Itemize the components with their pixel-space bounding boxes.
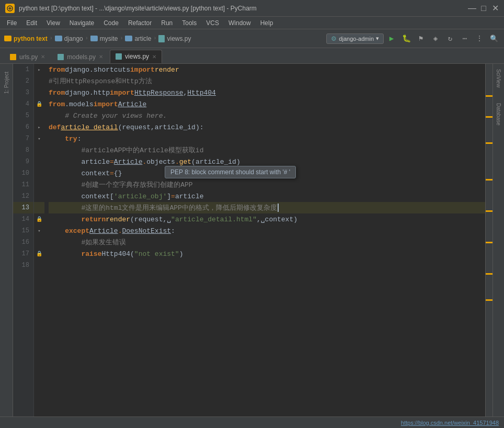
tooltip-text: PEP 8: block comment should start with '… bbox=[170, 168, 290, 176]
views-file-icon bbox=[158, 35, 165, 42]
tab-models[interactable]: models.py ✕ bbox=[52, 50, 109, 63]
code-container: 1 2 3 4 5 6 7 8 9 10 11 12 13 14 15 16 1… bbox=[13, 64, 492, 416]
tab-views-label: views.py bbox=[125, 53, 149, 60]
sciview-panel-label[interactable]: SciView bbox=[496, 69, 501, 87]
run-config-dropdown[interactable]: ⚙ django-admin ▾ bbox=[326, 33, 384, 44]
menu-window[interactable]: Window bbox=[224, 18, 255, 28]
search-button[interactable]: 🔍 bbox=[488, 33, 500, 44]
gutter-18 bbox=[34, 260, 44, 271]
token-dot1-9: . bbox=[142, 158, 146, 166]
tab-urls[interactable]: urls.py ✕ bbox=[4, 50, 51, 63]
token-context-14: context bbox=[265, 216, 294, 223]
token-article-9: article bbox=[81, 158, 110, 166]
lock-icon-14: 🔒 bbox=[36, 216, 42, 222]
minimize-button[interactable]: — bbox=[468, 5, 476, 12]
close-button[interactable]: ✕ bbox=[491, 5, 499, 12]
token-render-1: render bbox=[155, 66, 179, 74]
token-indent-14 bbox=[49, 216, 81, 223]
breadcrumb-django[interactable]: django bbox=[55, 35, 83, 42]
more-button[interactable]: ⋮ bbox=[474, 33, 485, 44]
tab-views[interactable]: views.py ✕ bbox=[110, 50, 162, 63]
token-http404-3: Http404 bbox=[187, 89, 216, 97]
right-panel: SciView Database bbox=[492, 64, 504, 416]
breadcrumb-article[interactable]: article bbox=[125, 35, 151, 42]
project-panel-label[interactable]: 1: Project bbox=[4, 72, 9, 94]
code-lines[interactable]: from django.shortcuts import render #引用H… bbox=[44, 64, 485, 416]
token-braces-10: {} bbox=[114, 170, 122, 177]
token-dot-1: . bbox=[89, 66, 94, 74]
coverage-button[interactable]: ⚑ bbox=[415, 33, 427, 44]
refresh-button[interactable]: ↻ bbox=[444, 33, 456, 44]
breadcrumb-project-label: python text bbox=[14, 35, 48, 42]
line-num-11: 11 bbox=[13, 179, 33, 190]
scrollbar[interactable] bbox=[485, 64, 492, 416]
fold-icon-15[interactable]: ▾ bbox=[38, 228, 40, 234]
lock-icon-17: 🔒 bbox=[36, 251, 42, 257]
gutter-3 bbox=[34, 87, 44, 98]
menu-tools[interactable]: Tools bbox=[178, 18, 201, 28]
status-url[interactable]: https://blog.csdn.net/weixin_41571948 bbox=[401, 420, 499, 426]
run-button[interactable]: ▶ bbox=[386, 33, 397, 44]
code-line-11: #创建一个空字典存放我们创建的APP bbox=[49, 179, 485, 190]
code-line-16: #如果发生错误 bbox=[49, 236, 485, 248]
token-paren2-17: ) bbox=[179, 250, 184, 258]
fold-icon-7[interactable]: ▾ bbox=[38, 136, 40, 142]
token-http404-17: Http404 bbox=[101, 250, 130, 258]
gutter-6: ▸ bbox=[34, 121, 44, 133]
token-bracket1-12: [ bbox=[110, 193, 114, 200]
settings-button[interactable]: ⋯ bbox=[459, 33, 471, 44]
token-paren1-14: ( bbox=[130, 216, 134, 223]
tab-bar: urls.py ✕ models.py ✕ views.py ✕ bbox=[0, 48, 504, 64]
breadcrumb-django-label: django bbox=[64, 35, 83, 42]
menu-code[interactable]: Code bbox=[99, 18, 123, 28]
token-eq-9: = bbox=[110, 158, 114, 166]
breadcrumb-views[interactable]: views.py bbox=[158, 35, 191, 42]
breadcrumb-project[interactable]: python text bbox=[4, 35, 48, 42]
token-articlecls-9: Article bbox=[114, 158, 143, 166]
tab-views-close[interactable]: ✕ bbox=[152, 54, 156, 60]
gutter-16 bbox=[34, 236, 44, 248]
database-panel-label[interactable]: Database bbox=[496, 103, 501, 126]
app-icon bbox=[5, 4, 15, 13]
line-num-12: 12 bbox=[13, 190, 33, 202]
line-num-4: 4 bbox=[13, 98, 33, 110]
menu-help[interactable]: Help bbox=[256, 18, 278, 28]
token-dot-3: . bbox=[89, 89, 94, 97]
token-paren1-9: ( bbox=[191, 158, 196, 166]
token-paren2-9: ) bbox=[236, 158, 240, 166]
fold-icon-1[interactable]: ▸ bbox=[38, 67, 40, 73]
token-indent-8 bbox=[49, 147, 81, 154]
maximize-button[interactable]: □ bbox=[480, 5, 487, 12]
code-line-7: try: bbox=[49, 133, 485, 144]
title-bar: python text [D:\python text] - ...\djang… bbox=[0, 0, 504, 17]
menu-navigate[interactable]: Navigate bbox=[65, 18, 98, 28]
profile-button[interactable]: ◈ bbox=[430, 33, 441, 44]
gutter-11 bbox=[34, 179, 44, 190]
scroll-marker-6 bbox=[486, 242, 492, 243]
scroll-marker-2 bbox=[486, 116, 492, 118]
tab-models-close[interactable]: ✕ bbox=[99, 54, 103, 60]
window-controls[interactable]: — □ ✕ bbox=[468, 5, 499, 12]
fold-icon-6[interactable]: ▸ bbox=[38, 125, 40, 130]
debug-button[interactable]: 🐛 bbox=[400, 33, 412, 44]
token-shortcuts-1: shortcuts bbox=[94, 66, 130, 74]
gutter-2 bbox=[34, 75, 44, 87]
toolbar: python text › django › mysite › article … bbox=[0, 29, 504, 48]
token-str-17: "not exist" bbox=[134, 250, 179, 258]
menu-run[interactable]: Run bbox=[157, 18, 177, 28]
breadcrumb-mysite[interactable]: mysite bbox=[90, 35, 118, 42]
article-folder-icon bbox=[125, 36, 132, 41]
menu-edit[interactable]: Edit bbox=[22, 18, 41, 28]
breadcrumb-views-label: views.py bbox=[167, 35, 191, 42]
token-def-6: def bbox=[49, 123, 61, 131]
scroll-marker-1 bbox=[486, 95, 492, 97]
token-funcname-6: article_detail bbox=[61, 123, 118, 131]
line-num-17: 17 bbox=[13, 248, 33, 260]
line-num-14: 14 bbox=[13, 213, 33, 225]
menu-view[interactable]: View bbox=[42, 18, 64, 28]
menu-refactor[interactable]: Refactor bbox=[124, 18, 156, 28]
menu-file[interactable]: File bbox=[3, 18, 21, 28]
menu-vcs[interactable]: VCS bbox=[202, 18, 223, 28]
token-close-6: ): bbox=[196, 123, 204, 131]
tab-urls-close[interactable]: ✕ bbox=[41, 54, 45, 60]
